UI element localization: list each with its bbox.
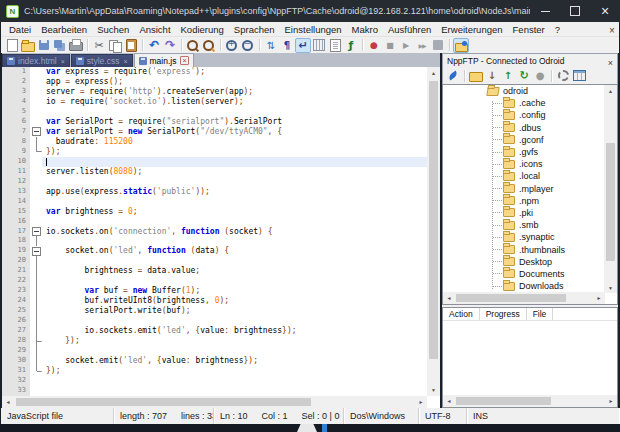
cut-icon[interactable] (91, 38, 107, 53)
zoom-out-icon[interactable] (240, 38, 256, 53)
status-insert-mode[interactable]: INS (467, 408, 619, 424)
abort-icon[interactable] (532, 68, 548, 83)
column-header-file[interactable]: File (527, 308, 554, 320)
scroll-left-icon[interactable]: ◄ (443, 395, 455, 407)
menu-item-fenster[interactable]: Fenster (508, 24, 550, 35)
tree-item-pki[interactable]: .pki (443, 207, 605, 219)
indent-guide-icon[interactable] (311, 38, 327, 53)
tree-item-gvfs[interactable]: .gvfs (443, 146, 605, 158)
settings-icon[interactable] (555, 68, 571, 83)
scroll-down-icon[interactable]: ▼ (427, 384, 440, 396)
sync-vertical-icon[interactable] (263, 38, 279, 53)
scrollbar-thumb[interactable] (456, 294, 566, 302)
tree-item-documents[interactable]: Documents (443, 268, 605, 280)
doc-map-icon[interactable] (327, 38, 343, 53)
macro-stop-icon[interactable] (382, 38, 398, 53)
redo-icon[interactable] (162, 38, 178, 53)
menu-item-makro[interactable]: Makro (347, 24, 383, 35)
copy-icon[interactable] (107, 38, 123, 53)
menu-item-help[interactable]: ? (550, 24, 565, 35)
tab-style-css[interactable]: style.css (71, 54, 133, 67)
paste-icon[interactable] (123, 38, 139, 53)
status-encoding[interactable]: UTF-8 (419, 408, 467, 424)
menu-item-bearbeiten[interactable]: Bearbeiten (36, 24, 92, 35)
scroll-right-icon[interactable]: ► (605, 395, 617, 407)
menu-item-ansicht[interactable]: Ansicht (134, 24, 175, 35)
print-icon[interactable] (68, 38, 84, 53)
menu-item-datei[interactable]: Datei (4, 24, 36, 35)
scroll-right-icon[interactable]: ► (593, 292, 605, 304)
panel-close-icon[interactable] (604, 52, 617, 70)
tree-item-downloads[interactable]: Downloads (443, 280, 605, 292)
editor-horizontal-scrollbar[interactable]: ◄ ► (2, 396, 427, 408)
save-icon[interactable] (36, 38, 52, 53)
tree-item-mplayer[interactable]: .mplayer (443, 183, 605, 195)
macro-run-icon[interactable] (414, 38, 430, 53)
replace-icon[interactable] (201, 38, 217, 53)
column-header-action[interactable]: Action (443, 308, 480, 320)
function-list-icon[interactable] (343, 38, 359, 53)
tab-close-icon[interactable] (180, 56, 188, 65)
editor-vertical-scrollbar[interactable]: ▲ ▼ (427, 67, 440, 396)
menu-item-erweiterungen[interactable]: Erweiterungen (436, 24, 507, 35)
fold-collapse-icon[interactable] (30, 227, 42, 237)
menu-item-sprachen[interactable]: Sprachen (229, 24, 280, 35)
show-all-chars-icon[interactable] (279, 38, 295, 53)
minimize-icon[interactable] (530, 0, 560, 22)
tree-item-dbus[interactable]: .dbus (443, 122, 605, 134)
tree-item-npm[interactable]: .npm (443, 195, 605, 207)
maximize-icon[interactable] (560, 0, 590, 22)
close-icon[interactable] (590, 0, 620, 22)
nppftp-icon[interactable] (453, 38, 469, 53)
menu-item-suchen[interactable]: Suchen (92, 24, 134, 35)
tree-horizontal-scrollbar[interactable]: ◄ ► (443, 292, 605, 304)
tree-item-desktop[interactable]: Desktop (443, 256, 605, 268)
scroll-down-icon[interactable]: ▼ (604, 282, 617, 293)
tree-item-synaptic[interactable]: .synaptic (443, 231, 605, 243)
open-dir-icon[interactable] (468, 68, 484, 83)
disconnect-icon[interactable] (445, 68, 461, 83)
scroll-left-icon[interactable]: ◄ (443, 292, 455, 304)
zoom-in-icon[interactable] (224, 38, 240, 53)
upload-icon[interactable] (500, 68, 516, 83)
menu-item-einstellungen[interactable]: Einstellungen (280, 24, 347, 35)
tree-item-odroid[interactable]: odroid (443, 85, 605, 97)
column-header-progress[interactable]: Progress (480, 308, 527, 320)
remote-file-tree[interactable]: odroid.cache.config.dbus.gconf.gvfs.icon… (442, 84, 618, 305)
tree-item-thumbnails[interactable]: .thumbnails (443, 243, 605, 255)
tree-item-icons[interactable]: .icons (443, 158, 605, 170)
tab-index-html[interactable]: index.html (2, 54, 70, 67)
tree-item-local[interactable]: .local (443, 170, 605, 182)
tree-vertical-scrollbar[interactable]: ▲ ▼ (604, 85, 617, 293)
fold-collapse-icon[interactable] (30, 246, 42, 256)
scrollbar-thumb[interactable] (16, 398, 311, 406)
macro-play-icon[interactable] (398, 38, 414, 53)
scroll-right-icon[interactable]: ► (415, 396, 427, 408)
macro-save-icon[interactable] (430, 38, 446, 53)
tab-close-icon[interactable] (123, 58, 127, 65)
messages-icon[interactable] (571, 68, 587, 83)
menu-close-icon[interactable] (605, 20, 619, 38)
save-all-icon[interactable] (52, 38, 68, 53)
tree-item-cache[interactable]: .cache (443, 97, 605, 109)
word-wrap-icon[interactable] (295, 38, 311, 53)
tab-close-icon[interactable] (61, 58, 65, 65)
scroll-left-icon[interactable]: ◄ (2, 396, 14, 408)
code-area[interactable]: 1var express = require('express');2app =… (2, 67, 427, 396)
scrollbar-thumb[interactable] (606, 143, 615, 261)
transfer-horizontal-scrollbar[interactable]: ◄ ► (443, 395, 617, 407)
scroll-up-icon[interactable]: ▲ (604, 85, 617, 96)
menu-item-kodierung[interactable]: Kodierung (176, 24, 229, 35)
tab-main-js[interactable]: main.js (134, 53, 194, 67)
find-icon[interactable] (185, 38, 201, 53)
status-eol-format[interactable]: Dos\Windows (344, 408, 419, 424)
fold-collapse-icon[interactable] (30, 127, 42, 137)
menu-item-ausführen[interactable]: Ausführen (383, 24, 436, 35)
scroll-up-icon[interactable]: ▲ (427, 67, 440, 79)
new-file-icon[interactable] (4, 38, 20, 53)
open-file-icon[interactable] (20, 38, 36, 53)
refresh-icon[interactable] (516, 68, 532, 83)
tree-item-gconf[interactable]: .gconf (443, 134, 605, 146)
tree-item-config[interactable]: .config (443, 109, 605, 121)
tree-item-smb[interactable]: .smb (443, 219, 605, 231)
